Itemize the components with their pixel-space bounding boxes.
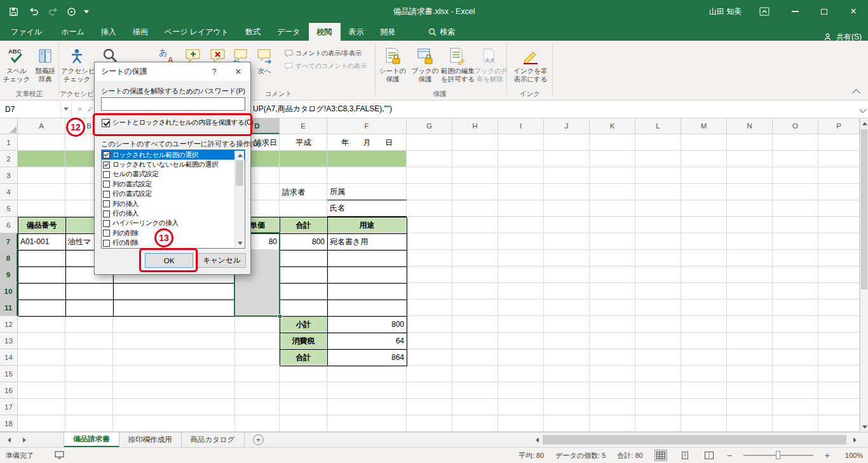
allow-edit-ranges-button[interactable]: 範囲の編集 を許可する [441,42,473,97]
column-header-N[interactable]: N [727,118,773,134]
row-header-17[interactable]: 17 [0,399,18,415]
row-header-10[interactable]: 10 [0,283,18,300]
ribbon-tab[interactable]: 描画 [125,23,156,41]
dialog-list-item[interactable]: 行の挿入 [102,209,245,218]
spell-check-button[interactable]: ABC スペル チェック [3,42,31,97]
dialog-list-item[interactable]: 列の書式設定 [102,179,245,189]
select-all-corner[interactable] [0,118,18,134]
cell-E4[interactable]: 請求者 [280,184,327,200]
dialog-list-item[interactable]: ハイパーリンクの挿入 [102,219,245,228]
vertical-scrollbar-thumb[interactable] [861,129,867,289]
zoom-level[interactable]: 100% [841,452,863,459]
allowed-operations-list[interactable]: ロックされたセル範囲の選択ロックされていないセル範囲の選択セルの書式設定列の書式… [101,149,245,249]
zoom-slider-thumb[interactable] [776,451,780,459]
checkbox-unchecked-icon[interactable] [103,200,110,207]
page-break-view-icon[interactable] [703,450,715,461]
horizontal-scrollbar-thumb[interactable] [543,435,846,445]
list-scroll-down-icon[interactable] [235,238,245,247]
checkbox-checked-icon[interactable] [103,162,110,169]
checkbox-unchecked-icon[interactable] [103,171,110,178]
row-header-13[interactable]: 13 [0,333,18,349]
checkbox-unchecked-icon[interactable] [103,191,110,198]
row-header-11[interactable]: 11 [0,300,18,316]
dialog-close-icon[interactable]: × [229,62,248,81]
cell-F7[interactable]: 宛名書き用 [327,233,407,250]
cell-E1[interactable]: 平成 [280,134,327,151]
name-box[interactable]: D7 [0,100,61,118]
fill-handle[interactable] [278,314,282,319]
maximize-button[interactable] [810,0,839,23]
column-header-M[interactable]: M [681,118,727,134]
row-header-3[interactable]: 3 [0,167,18,184]
column-header-J[interactable]: J [544,118,590,134]
list-scrollbar[interactable] [234,151,244,247]
tell-me-search[interactable]: 検索 [428,23,456,41]
column-header-P[interactable]: P [818,118,860,134]
ribbon-tab[interactable]: 挿入 [93,23,125,41]
row-header-5[interactable]: 5 [0,200,18,217]
accessibility-check-button[interactable]: アクセシビ チェック [61,42,93,97]
cell-E7[interactable]: 800 [280,233,327,250]
column-header-O[interactable]: O [773,118,818,134]
ribbon-display-options-button[interactable] [755,0,774,23]
next-comment-button[interactable]: 次へ [253,42,276,97]
checkbox-unchecked-icon[interactable] [103,211,110,218]
status-indicator-icon[interactable] [55,451,64,460]
zoom-out-button[interactable]: − [727,450,732,460]
dialog-help-icon[interactable]: ? [205,62,224,81]
cancel-button[interactable]: キャンセル [198,253,246,268]
column-header-K[interactable]: K [590,118,635,134]
dialog-list-item[interactable]: セルの書式設定 [102,170,245,179]
row-header-6[interactable]: 6 [0,217,18,233]
column-header-E[interactable]: E [280,118,327,134]
row-header-1[interactable]: 1 [0,134,18,151]
row-header-14[interactable]: 14 [0,349,18,366]
cell-F6[interactable]: 用途 [327,217,407,233]
cell-A7[interactable]: A01-001 [18,233,65,250]
scroll-left-icon[interactable] [536,438,539,443]
close-button[interactable]: × [839,0,868,23]
name-box-dropdown-icon[interactable] [61,100,72,118]
status-sum[interactable]: 合計: 80 [617,451,642,460]
cell-A6[interactable]: 備品番号 [18,217,65,233]
formula-bar-expand-icon[interactable] [859,106,866,113]
unshare-workbook-button[interactable]: ブックの共 有を解除 [474,42,506,97]
zoom-slider[interactable] [743,450,813,460]
hide-ink-button[interactable]: インクを非 表示にする [511,42,550,97]
column-header-A[interactable]: A [18,118,65,134]
sheet-tab[interactable]: 備品請求書 [64,432,119,447]
scroll-down-icon[interactable] [862,425,867,429]
show-all-comments-toggle[interactable]: すべてのコメントの表示 [285,62,367,71]
sheet-nav-left-icon[interactable] [8,438,11,443]
password-input[interactable] [101,97,245,111]
checkbox-checked-icon[interactable] [103,151,110,158]
page-layout-view-icon[interactable] [679,450,691,461]
sheet-tab[interactable]: 商品カタログ [182,432,245,447]
checkbox-unchecked-icon[interactable] [103,230,110,237]
status-average[interactable]: 平均: 80 [519,451,544,460]
ribbon-tab[interactable]: ページ レイアウト [156,23,237,41]
cell-E14[interactable]: 合計 [280,349,327,366]
dialog-list-item[interactable]: 列の挿入 [102,199,245,209]
row-header-4[interactable]: 4 [0,184,18,200]
checkbox-unchecked-icon[interactable] [103,240,110,247]
status-count[interactable]: データの個数: 5 [555,451,606,460]
ribbon-tab[interactable]: 表示 [341,23,372,41]
dialog-list-item[interactable]: 行の書式設定 [102,190,245,199]
row-header-9[interactable]: 9 [0,266,18,283]
row-header-2[interactable]: 2 [0,151,18,167]
cell-F13[interactable]: 64 [327,333,407,349]
thesaurus-button[interactable]: 類義語 辞典 [32,42,58,97]
row-header-8[interactable]: 8 [0,250,18,266]
horizontal-scrollbar[interactable] [532,434,859,445]
minimize-button[interactable] [780,0,810,23]
column-header-H[interactable]: H [452,118,498,134]
formula-text[interactable]: UP(A7,商品カタログ!A3:C8,3,FALSE),"") [253,100,392,118]
column-header-F[interactable]: F [327,118,407,134]
sheet-nav-right-icon[interactable] [23,438,26,443]
dialog-title-bar[interactable]: シートの保護 ? × [95,62,250,81]
scroll-up-icon[interactable] [862,122,867,125]
checkbox-unchecked-icon[interactable] [103,220,110,227]
collapse-ribbon-icon[interactable] [852,89,860,97]
protect-sheet-button[interactable]: シートの 保護 [377,42,408,97]
